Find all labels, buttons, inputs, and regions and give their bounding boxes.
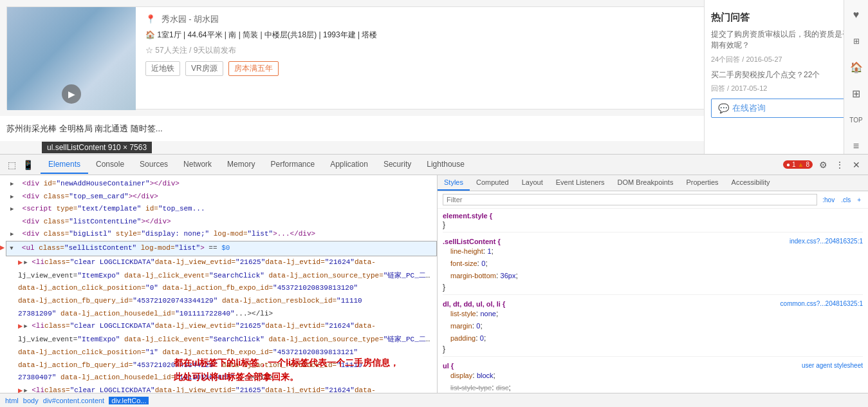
tag-five-year: 房本满五年 [228, 61, 279, 76]
dom-line-selected[interactable]: <ul class="sellListContent" log-mod="lis… [6, 241, 437, 256]
website-area: ▶ 📍 秀水园 - 胡水园 🏠 1室1厅 | 44.64平米 | 南 | 简装 … [0, 0, 868, 155]
inspect-element-icon[interactable]: ⬚ [5, 158, 18, 171]
tab-accessibility[interactable]: Accessibility [725, 175, 777, 191]
online-consult-button[interactable]: 💬 在线咨询 [711, 99, 862, 118]
css-rule-element-style: element.style { } [443, 211, 863, 232]
arrow-li-2[interactable] [24, 321, 32, 332]
dom-line-li-2[interactable]: ▶ <li class="clear LOGCLICKDATA" data-lj… [0, 320, 437, 334]
css-rule-sell-list: .sellListContent { index.css?...20481632… [443, 238, 863, 295]
tab-console[interactable]: Console [88, 156, 132, 174]
dom-line-4[interactable]: <div class="listContentLine"></div> [0, 216, 437, 229]
dom-line-3[interactable]: <script type="text/template" id="top_sem… [0, 203, 437, 216]
property-details: 🏠 1室1厅 | 44.64平米 | 南 | 简装 | 中楼层(共18层) | … [145, 29, 770, 41]
dom-panel[interactable]: <div id="newAddHouseContainer"></div> <d… [0, 175, 438, 393]
tab-event-listeners[interactable]: Event Listeners [549, 175, 611, 191]
styles-filter-input[interactable] [443, 194, 817, 205]
more-options-icon[interactable]: ⋮ [833, 158, 846, 171]
tab-memory[interactable]: Memory [219, 156, 263, 174]
cls-button[interactable]: .cls [839, 196, 853, 204]
css-source-sell[interactable]: index.css?...204816325:1 [790, 238, 863, 245]
grid-icon[interactable]: ⊞ [847, 85, 865, 102]
dom-line-li-1-cont4: 27381209" data-lj_action_housedel_id="10… [0, 308, 437, 321]
warn-count: 8 [806, 161, 809, 168]
location-text: 秀水园 - 胡水园 [162, 14, 219, 24]
css-line-2: font-size: 0; [443, 258, 863, 270]
breadcrumb-body[interactable]: body [23, 397, 39, 404]
dom-line-li-1[interactable]: ▶ <li class="clear LOGCLICKDATA" data-lj… [0, 256, 437, 270]
tab-styles[interactable]: Styles [438, 175, 470, 191]
chat-icon: 💬 [718, 103, 729, 113]
hov-button[interactable]: :hov [820, 196, 836, 204]
hov-cls-buttons: :hov .cls + [820, 196, 863, 204]
arrow-li-1[interactable] [24, 257, 32, 269]
qa-item-2[interactable]: 买二手房契税按几个点交？22个 [711, 70, 862, 80]
css-line-list-2: margin: 0; [443, 320, 863, 332]
tab-properties[interactable]: Properties [679, 175, 725, 191]
arrow-2[interactable] [10, 191, 18, 203]
settings-icon[interactable]: ⚙ [817, 158, 829, 171]
hot-qa-title: 热门问答 [711, 12, 862, 24]
tab-dom-breakpoints[interactable]: DOM Breakpoints [611, 175, 680, 191]
breadcrumb-current[interactable]: div.leftCo... [109, 397, 149, 404]
tab-application[interactable]: Application [322, 156, 376, 174]
close-devtools-icon[interactable]: ✕ [850, 158, 863, 171]
qa-item-1[interactable]: 提交了购房资质审核以后，我的资质是否长期有效呢？ [711, 29, 862, 51]
styles-content: element.style { } .sellListContent { ind… [438, 209, 868, 393]
css-line-1: line-height: 1; [443, 245, 863, 258]
tab-elements[interactable]: Elements [41, 156, 88, 174]
followers: ☆ 57人关注 / 9天以前发布 [145, 45, 770, 56]
red-arrow-li-3: ▶ [18, 385, 23, 393]
tab-security[interactable]: Security [376, 156, 419, 174]
tab-lighthouse[interactable]: Lighthouse [419, 156, 472, 174]
arrow-5[interactable] [10, 229, 18, 240]
dom-line-li-2-cont3: data-lj_action_fb_query_id="453721020743… [0, 359, 437, 372]
element-tooltip: ul.sellListContent 910 × 7563 [42, 142, 152, 153]
device-toggle-icon[interactable]: 📱 [21, 158, 34, 171]
devtools-breadcrumb: html body div#content.content div.leftCo… [0, 393, 868, 407]
css-line-3: margin-bottom: 36px; [443, 270, 863, 282]
dom-line-2[interactable]: <div class="top_sem_card"></div> [0, 191, 437, 204]
css-line-list-1: list-style: none; [443, 308, 863, 320]
play-button[interactable]: ▶ [62, 84, 81, 104]
arrow-3[interactable] [10, 204, 18, 215]
top-icon[interactable]: TOP [847, 111, 865, 128]
styles-panel-wrapper: Styles Computed Layout Event Listeners D… [438, 175, 868, 393]
tab-network[interactable]: Network [176, 156, 219, 174]
dom-selected-row[interactable]: ▶ <ul class="sellListContent" log-mod="l… [0, 241, 437, 256]
devtools-icons-left: ⬚ 📱 [5, 158, 34, 171]
dom-line-li-1-cont2: data-lj_action_click_position="0" data-l… [0, 282, 437, 295]
tab-sources[interactable]: Sources [132, 156, 176, 174]
css-source-ul: user agent stylesheet [802, 362, 863, 370]
red-arrow-li-2: ▶ [18, 321, 23, 333]
property-location: 📍 秀水园 - 胡水园 [145, 14, 770, 25]
arrow-selected[interactable] [10, 243, 17, 254]
share-icon[interactable]: ⊞ [847, 33, 865, 50]
dom-line-li-3[interactable]: ▶ <li class="clear LOGCLICKDATA" data-lj… [0, 384, 437, 393]
breadcrumb-html[interactable]: html [5, 397, 19, 404]
tab-computed[interactable]: Computed [470, 175, 515, 191]
property-description: 苏州街采光棒 全明格局 南北通透 随时签... [6, 123, 163, 135]
tab-layout[interactable]: Layout [515, 175, 549, 191]
followers-text: 57人关注 / 9天以前发布 [155, 46, 236, 55]
house-icon[interactable]: 🏠 [847, 59, 865, 76]
arrow-1[interactable] [10, 178, 18, 190]
css-source-list[interactable]: common.css?...204816325:1 [780, 300, 863, 308]
css-line-ul-2: list-style-type: disc; [443, 382, 863, 393]
favorite-icon[interactable]: ♥ [847, 6, 865, 23]
css-line-list-3: padding: 0; [443, 332, 863, 345]
hot-qa-section: 热门问答 提交了购房资质审核以后，我的资质是否长期有效呢？ 24个回答 / 20… [711, 6, 862, 123]
css-selector-list: dl, dt, dd, ul, ol, li { [443, 300, 505, 308]
menu-icon[interactable]: ≡ [847, 138, 865, 155]
arrow-li-3[interactable] [24, 385, 32, 393]
css-close-brace-2: } [443, 283, 445, 292]
dom-line-1[interactable]: <div id="newAddHouseContainer"></div> [0, 178, 437, 191]
breadcrumb-div-content[interactable]: div#content.content [43, 397, 104, 404]
add-style-button[interactable]: + [855, 196, 863, 204]
tag-metro: 近地铁 [145, 61, 180, 76]
dom-line-5[interactable]: <div class="bigListl" style="display: no… [0, 228, 437, 241]
styles-tabs: Styles Computed Layout Event Listeners D… [438, 175, 868, 191]
devtools-tabs: Elements Console Sources Network Memory … [41, 156, 783, 174]
tab-performance[interactable]: Performance [263, 156, 322, 174]
css-close-brace: } [443, 220, 445, 229]
css-selector-element: element.style { [443, 212, 492, 220]
